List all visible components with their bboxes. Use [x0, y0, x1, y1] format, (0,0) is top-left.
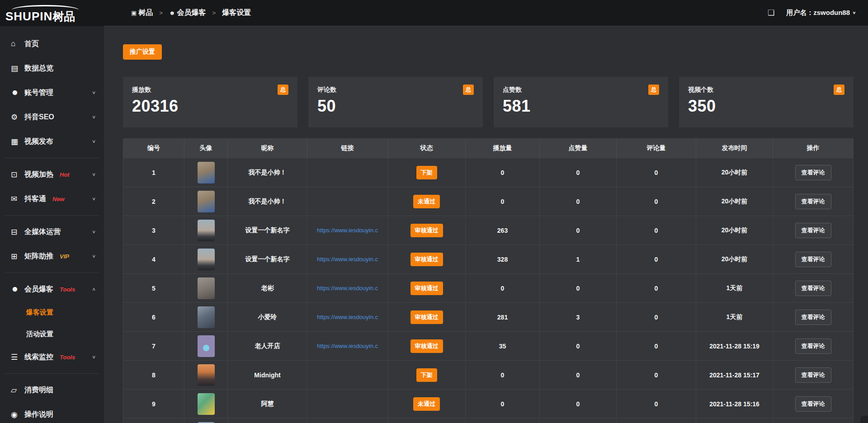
- sidebar-item-data-overview[interactable]: ▤ 数据总览: [0, 56, 104, 80]
- logo[interactable]: SHUPIN树品: [0, 0, 104, 26]
- sidebar-item-matrix-boost[interactable]: ⊞ 矩阵助推 VIP ∨: [0, 244, 104, 268]
- table-row: 9 阿慧 未通过 0 0 0 2021-11-28 15:16 查看评论: [123, 389, 853, 418]
- avatar: [198, 277, 215, 299]
- cell-publish-time: [696, 418, 773, 423]
- sidebar-item-expense-detail[interactable]: ▱ 消费明细: [0, 378, 104, 402]
- table-row: 3 设置一个新名字 https://www.iesdouyin.c 审核通过 2…: [123, 216, 853, 244]
- breadcrumb-item[interactable]: ☻ 会员爆客: [169, 8, 206, 18]
- sidebar-item-badge: New: [52, 196, 65, 202]
- promo-settings-button[interactable]: 推广设置: [123, 44, 162, 60]
- cell-comments: 0: [617, 332, 696, 360]
- view-comments-button[interactable]: 查看评论: [795, 165, 831, 180]
- topbar: ▣ 树品 > ☻ 会员爆客 > 爆客设置 ❏ 用户名：zswodun88 ∨: [104, 0, 868, 26]
- cell-status: 审核通过: [388, 303, 466, 331]
- table-row: 8 Midnight 下架 0 0 0 2021-11-28 15:17 查看评…: [123, 360, 853, 389]
- avatar: [198, 335, 215, 357]
- table-row: 2 我不是小帅！ 未通过 0 0 0 20小时前 查看评论: [123, 187, 853, 216]
- video-link[interactable]: https://www.iesdouyin.c: [317, 227, 378, 234]
- status-badge[interactable]: 未通过: [413, 397, 440, 411]
- cell-link: [307, 187, 388, 216]
- home-icon: ⌂: [11, 39, 24, 48]
- status-badge[interactable]: 下架: [416, 368, 437, 382]
- video-link[interactable]: https://www.iesdouyin.c: [317, 343, 378, 349]
- view-comments-button[interactable]: 查看评论: [795, 194, 831, 209]
- view-comments-button[interactable]: 查看评论: [795, 310, 831, 325]
- breadcrumb-item[interactable]: 爆客设置: [222, 8, 251, 18]
- chevron-icon: ∨: [92, 90, 96, 95]
- sidebar-menu: ⌂ 首页 ▤ 数据总览 ☻ 账号管理 ∨ ⚙ 抖音SEO ∨ ▦ 视频发布 ∨ …: [0, 26, 104, 423]
- stat-card: 视频个数 总 350: [679, 77, 854, 127]
- user-icon: ☻: [11, 88, 24, 97]
- avatar: [198, 306, 215, 328]
- video-link[interactable]: https://www.iesdouyin.c: [317, 314, 378, 320]
- sidebar-item-account[interactable]: ☻ 账号管理 ∨: [0, 80, 104, 105]
- sidebar-item-media-operation[interactable]: ⊟ 全媒体运营 ∨: [0, 220, 104, 244]
- sidebar-item-douketong[interactable]: ✉ 抖客通 New ∨: [0, 187, 104, 211]
- cell-nickname: Midnight: [228, 361, 307, 389]
- cell-actions: 查看评论: [773, 332, 853, 360]
- data-table: 编号头像昵称链接状态播放量点赞量评论量发布时间操作 1 我不是小帅！ 下架 0 …: [123, 138, 854, 423]
- chevron-icon: ∧: [92, 287, 96, 291]
- sidebar-divider: [5, 158, 99, 158]
- status-badge[interactable]: 审核通过: [410, 339, 443, 353]
- fullscreen-icon[interactable]: ❏: [768, 8, 774, 18]
- avatar: [198, 249, 215, 270]
- sidebar-item-video-publish[interactable]: ▦ 视频发布 ∨: [0, 129, 104, 154]
- status-badge[interactable]: 审核通过: [410, 282, 443, 295]
- chevron-icon: ∨: [92, 139, 96, 144]
- status-badge[interactable]: 下架: [416, 166, 437, 179]
- view-comments-button[interactable]: 查看评论: [795, 396, 831, 412]
- cell-link: https://www.iesdouyin.c: [307, 216, 388, 244]
- sidebar-subitem-baoke-settings[interactable]: 爆客设置: [0, 301, 104, 323]
- cell-link: https://www.iesdouyin.c: [307, 245, 388, 273]
- cell-link: [307, 361, 388, 389]
- stat-value: 581: [503, 97, 659, 116]
- sidebar-subitem-activity-settings[interactable]: 活动设置: [0, 323, 104, 345]
- chevron-icon: ∨: [92, 196, 96, 201]
- breadcrumb-separator: >: [212, 9, 216, 16]
- cell-nickname: [228, 418, 307, 423]
- cell-likes: 0: [540, 187, 617, 216]
- sidebar-item-help[interactable]: ◉ 操作说明: [0, 402, 104, 423]
- cell-avatar: [184, 390, 228, 418]
- status-badge[interactable]: 审核通过: [410, 310, 443, 324]
- cell-publish-time: 2021-11-28 15:17: [696, 361, 773, 389]
- breadcrumb-item[interactable]: ▣ 树品: [131, 8, 153, 18]
- view-comments-button[interactable]: 查看评论: [795, 252, 831, 267]
- cell-status: 审核通过: [388, 216, 466, 244]
- sidebar-item-video-heat[interactable]: ⊡ 视频加热 Hot ∨: [0, 162, 104, 187]
- avatar: [198, 220, 215, 241]
- sidebar-item-home[interactable]: ⌂ 首页: [0, 32, 104, 56]
- cell-actions: 查看评论: [773, 158, 853, 187]
- cell-likes: 3: [540, 303, 617, 331]
- stat-label: 视频个数: [688, 85, 713, 94]
- sliders-icon: ☰: [11, 352, 24, 362]
- view-comments-button[interactable]: 查看评论: [795, 223, 831, 238]
- cell-avatar: [184, 418, 228, 423]
- cell-actions: 查看评论: [773, 216, 853, 244]
- cell-nickname: 老彬: [228, 274, 307, 302]
- stat-value: 350: [688, 97, 844, 116]
- cell-status: 下架: [388, 361, 466, 389]
- status-badge[interactable]: 审核通过: [410, 224, 443, 237]
- screen-heat-icon: ⊡: [11, 170, 24, 179]
- video-link[interactable]: https://www.iesdouyin.c: [317, 285, 378, 291]
- sidebar-item-douyin-seo[interactable]: ⚙ 抖音SEO ∨: [0, 105, 104, 129]
- stat-value: 50: [317, 97, 474, 116]
- view-comments-button[interactable]: 查看评论: [795, 367, 831, 383]
- view-comments-button[interactable]: 查看评论: [795, 338, 831, 354]
- cell-plays: 0: [466, 390, 540, 418]
- status-badge[interactable]: 审核通过: [410, 253, 443, 266]
- cell-actions: 查看评论: [773, 245, 853, 273]
- sidebar-item-clue-monitor[interactable]: ☰ 线索监控 Tools ∨: [0, 345, 104, 369]
- video-link[interactable]: https://www.iesdouyin.c: [317, 256, 378, 263]
- cell-likes: 0: [540, 158, 617, 187]
- status-badge[interactable]: 未通过: [413, 195, 440, 208]
- floating-widget[interactable]: [860, 416, 868, 423]
- cell-number: [123, 418, 184, 423]
- right-pane: ▣ 树品 > ☻ 会员爆客 > 爆客设置 ❏ 用户名：zswodun88 ∨ 推…: [104, 0, 868, 423]
- view-comments-button[interactable]: 查看评论: [795, 281, 831, 296]
- sidebar-item-member-baoke[interactable]: ☻ 会员爆客 Tools ∧: [0, 277, 104, 301]
- table-row: 1 我不是小帅！ 下架 0 0 0 20小时前 查看评论: [123, 158, 853, 187]
- user-menu[interactable]: 用户名：zswodun88 ∨: [786, 9, 856, 17]
